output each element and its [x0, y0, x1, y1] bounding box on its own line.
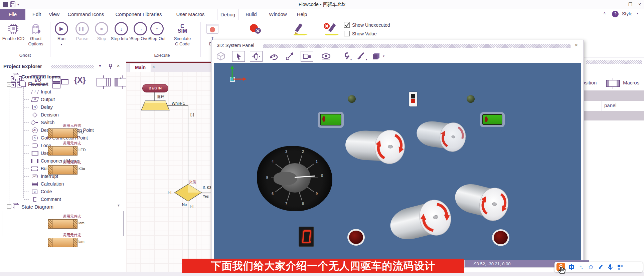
menu-debug[interactable]: Debug: [217, 9, 238, 20]
tree-item-decision[interactable]: Decision: [24, 111, 59, 118]
ime-punctuation-icon[interactable]: °,: [578, 263, 585, 271]
panel-row[interactable]: [584, 111, 644, 120]
clear-all-breakpoints-icon[interactable]: [248, 23, 263, 36]
scroll-up-icon[interactable]: ▲: [119, 76, 122, 80]
expand-icon[interactable]: −: [7, 82, 11, 87]
panel-row-value[interactable]: panel: [604, 102, 617, 108]
ime-pen-icon[interactable]: [597, 263, 604, 271]
3d-panel-close-icon[interactable]: ×: [575, 42, 578, 48]
seven-segment-display[interactable]: [299, 227, 314, 247]
menu-user-macros[interactable]: User Macros: [174, 9, 207, 20]
pe-tool-component-icon[interactable]: [95, 75, 112, 89]
wrench-tool[interactable]: ▾: [340, 51, 352, 61]
panel-drag-handle[interactable]: [51, 65, 94, 68]
maximize-button[interactable]: ❐: [627, 1, 634, 7]
ime-skin-grid-icon[interactable]: [617, 263, 623, 271]
minimize-button[interactable]: –: [616, 1, 623, 7]
tree-item-comment[interactable]: Comment: [24, 196, 61, 203]
tree-item-switch[interactable]: Switch: [24, 119, 54, 126]
menu-command-icons[interactable]: Command Icons: [66, 9, 106, 20]
rotary-dial[interactable]: 0 1 2 3 4 5 6 7 8 9: [257, 146, 332, 211]
flow-component-macro[interactable]: [48, 219, 77, 229]
box-select-tool[interactable]: [301, 51, 313, 62]
dc-motor[interactable]: [415, 117, 468, 153]
style-dropdown-icon[interactable]: ▾: [637, 12, 638, 15]
flow-component-macro[interactable]: [48, 146, 77, 156]
flow-component-macro[interactable]: [48, 238, 77, 247]
ghost-options-button[interactable]: Ghost Options: [23, 21, 48, 47]
paintbrush-tool[interactable]: ▾: [355, 51, 367, 61]
help-icon[interactable]: ?: [612, 11, 619, 17]
rotate-tool[interactable]: [268, 51, 280, 61]
tree-item-input[interactable]: IInput: [24, 88, 51, 95]
ime-toolbar[interactable]: S °, ☺: [554, 262, 643, 272]
tree-item-flowchart[interactable]: Flowchart: [21, 80, 48, 88]
collapse-mark[interactable]: [-]: [190, 204, 193, 208]
stop-button[interactable]: ■ Stop: [90, 21, 113, 41]
3d-system-panel-window[interactable]: 3D: System Panel × ▾ ▾ ▾: [211, 40, 584, 273]
3d-viewport[interactable]: 0 1 2 3 4 5 6 7 8 9: [214, 63, 581, 260]
menu-component-libraries[interactable]: Component Libraries: [114, 9, 164, 20]
ime-microphone-icon[interactable]: [607, 263, 614, 271]
tree-item-command-icons[interactable]: Command Icons: [14, 73, 60, 80]
show-unexecuted-checkbox[interactable]: Show Unexecuted: [344, 22, 390, 28]
style-menu[interactable]: Style: [622, 11, 632, 16]
flow-loop-node[interactable]: [141, 100, 170, 110]
pin-icon[interactable]: [108, 63, 113, 69]
tree-item-code[interactable]: CCode: [24, 188, 52, 195]
tree-item-state-diagram[interactable]: State Diagram: [14, 203, 53, 210]
dc-motor[interactable]: [386, 196, 455, 245]
select-cursor-tool[interactable]: [232, 51, 245, 62]
tree-item-loop[interactable]: Loop: [24, 142, 51, 149]
green-led-bar[interactable]: [480, 112, 505, 127]
tree-item-delay[interactable]: DDelay: [24, 103, 53, 111]
ribbon-collapse-icon[interactable]: ˄: [603, 11, 606, 16]
menu-build[interactable]: Build: [243, 9, 259, 20]
flow-begin-node[interactable]: BEGIN: [142, 84, 168, 92]
rocker-switch[interactable]: [409, 92, 417, 106]
enable-icd-button[interactable]: Enable ICD: [2, 21, 25, 41]
panel-dropdown-icon[interactable]: ▼: [98, 64, 102, 68]
panel-drag-handle[interactable]: [586, 60, 642, 64]
move-tool[interactable]: [250, 51, 263, 62]
collapse-mark[interactable]: [-]: [168, 190, 171, 194]
simulate-c-code-button[interactable]: CSIM SimulateC Code: [170, 21, 195, 47]
menu-help[interactable]: Help: [295, 9, 309, 20]
red-sphere-led[interactable]: [347, 229, 365, 246]
pe-tool-macros-icon[interactable]: {X}: [74, 75, 86, 85]
close-button[interactable]: ×: [636, 1, 643, 7]
red-sphere-led[interactable]: [492, 229, 509, 246]
panel-row[interactable]: [584, 90, 644, 101]
flow-component-macro[interactable]: [48, 128, 77, 138]
tab-close-icon[interactable]: ×: [152, 64, 155, 69]
flow-component-macro[interactable]: [48, 165, 77, 175]
dc-motor[interactable]: [345, 127, 406, 164]
material-cube-tool[interactable]: ▾: [370, 51, 382, 61]
menu-window[interactable]: Window: [267, 9, 289, 20]
step-out-button[interactable]: ↑ Step Out: [146, 21, 168, 41]
scroll-down-icon[interactable]: ▼: [117, 204, 120, 207]
resize-tool[interactable]: [284, 51, 296, 61]
view-eye-tool[interactable]: [320, 51, 332, 61]
tree-item-calculation[interactable]: Calculation: [24, 180, 64, 188]
reset-profile-icon[interactable]: [323, 22, 340, 36]
ime-emoji-icon[interactable]: ☺: [588, 263, 594, 271]
menu-view[interactable]: View: [47, 9, 61, 20]
dc-motor[interactable]: [452, 179, 512, 223]
3d-panel-drag-handle[interactable]: [263, 44, 571, 48]
expand-icon[interactable]: −: [7, 204, 11, 209]
panel-close-icon[interactable]: ×: [117, 63, 120, 68]
green-led-bar[interactable]: [318, 112, 344, 128]
run-button[interactable]: ▶ Run▾: [50, 21, 73, 47]
green-sphere-led[interactable]: [348, 95, 356, 103]
menu-file[interactable]: File: [0, 9, 25, 20]
collapse-mark[interactable]: [-]: [190, 112, 194, 116]
tree-item-output[interactable]: OOutput: [24, 96, 55, 103]
tab-main[interactable]: Main: [130, 63, 151, 72]
flow-decision-node[interactable]: [174, 184, 202, 202]
show-value-checkbox[interactable]: Show Value: [344, 31, 377, 36]
profile-pencil-icon[interactable]: [291, 22, 309, 36]
menu-edit[interactable]: Edit: [29, 9, 44, 20]
ime-language-icon[interactable]: [568, 263, 575, 271]
green-sphere-led[interactable]: [467, 95, 475, 103]
